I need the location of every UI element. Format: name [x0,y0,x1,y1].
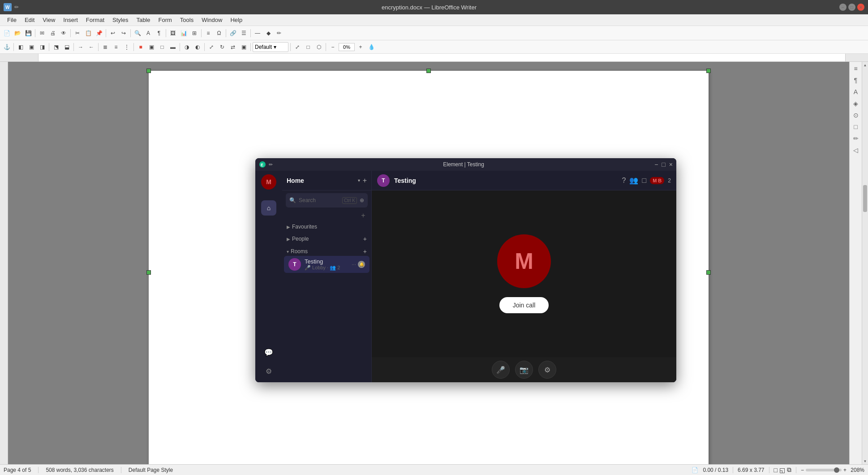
print-btn[interactable]: 🖨 [48,28,58,38]
rotate-btn[interactable]: ↻ [217,42,227,52]
size-btn[interactable]: □ [303,42,313,52]
color-text-btn[interactable]: ▬ [168,42,178,52]
sidebar-extra-btn[interactable]: ◁ [851,145,861,155]
wrap-btn[interactable]: ⬔ [51,42,61,52]
indent-btn[interactable]: → [76,42,86,52]
diamond-btn[interactable]: ◆ [263,28,273,38]
list3-btn[interactable]: ⋮ [122,42,132,52]
opacity-minus[interactable]: − [328,42,338,52]
zoom-out-btn[interactable]: − [801,467,804,473]
element-maximize[interactable]: □ [662,161,665,168]
menu-insert[interactable]: Insert [60,16,82,24]
shadow-btn[interactable]: ◑ [182,42,192,52]
flip-btn[interactable]: ⇄ [228,42,238,52]
align-left-btn[interactable]: ◧ [16,42,26,52]
outdent-btn[interactable]: ← [86,42,96,52]
zoom-in-btn[interactable]: + [843,467,847,473]
open-btn[interactable]: 📂 [13,28,22,38]
vertical-scrollbar[interactable]: ▲ ▼ [862,62,868,464]
menu-styles[interactable]: Styles [109,16,132,24]
bg-btn[interactable]: ◐ [193,42,202,52]
book-view-btn[interactable]: ⧉ [787,466,791,474]
spellcheck-btn[interactable]: A [143,28,153,38]
scroll-up-btn[interactable]: ▲ [862,62,868,68]
insert-image-btn[interactable]: 🖼 [168,28,178,38]
menu-tools[interactable]: Tools [176,16,197,24]
pen-btn[interactable]: ✏ [274,28,284,38]
special-char-btn[interactable]: Ω [214,28,224,38]
style2-btn[interactable]: ✏ [851,134,861,143]
color-highlight-btn[interactable]: ■ [136,42,146,52]
home-nav-btn[interactable]: ⌂ [261,200,276,216]
line-btn[interactable]: — [253,28,262,38]
search-settings-icon[interactable]: ⊕ [360,197,364,203]
add-btn-extra[interactable]: + [359,211,368,220]
menu-view[interactable]: View [39,16,59,24]
cut-btn[interactable]: ✂ [73,28,82,38]
add-people-btn[interactable]: + [363,235,367,242]
close-button[interactable]: × [857,4,864,11]
element-minimize[interactable]: − [654,161,658,168]
anchor-btn[interactable]: ⚓ [2,42,12,52]
element-close[interactable]: × [669,161,673,168]
menu-edit[interactable]: Edit [21,16,38,24]
function-btn[interactable]: ⊙ [851,110,861,120]
help-btn[interactable]: ? [622,177,626,185]
people-header[interactable]: ▶ People + [282,234,371,243]
menu-help[interactable]: Help [227,16,246,24]
page-btn[interactable]: □ [851,122,861,132]
paste-btn[interactable]: 📌 [94,28,104,38]
copy-btn[interactable]: 📋 [83,28,93,38]
insert-table-btn[interactable]: ⊞ [189,28,199,38]
mute-mic-button[interactable]: 🎤 [492,361,510,379]
user-avatar[interactable]: M [261,174,276,190]
insert-chart-btn[interactable]: 📊 [179,28,189,38]
menu-table[interactable]: Table [133,16,154,24]
dropper-btn[interactable]: 💧 [366,42,376,52]
members-btn[interactable]: 👥 [629,176,638,185]
add-room-btn[interactable]: + [363,177,367,185]
find-btn[interactable]: 🔍 [133,28,142,38]
color-border-btn[interactable]: □ [157,42,167,52]
opacity-plus[interactable]: + [356,42,365,52]
position-btn[interactable]: ⤢ [292,42,302,52]
maximize-button[interactable]: □ [848,4,855,11]
scroll-thumb[interactable] [863,185,867,212]
properties-btn[interactable]: ≡ [851,64,861,73]
add-room-btn2[interactable]: + [363,248,367,255]
align-center-btn[interactable]: ▣ [26,42,36,52]
join-call-button[interactable]: Join call [499,297,549,313]
align-right-btn[interactable]: ◨ [37,42,47,52]
crop-btn[interactable]: ⬓ [62,42,72,52]
gallery-btn[interactable]: A [851,87,861,97]
call-settings-button[interactable]: ⚙ [538,361,556,379]
group-btn[interactable]: ▣ [239,42,249,52]
normal-view-btn[interactable]: □ [774,466,778,474]
room-item-testing[interactable]: T Testing 🎤 Lobby · 👥 2 ··· 🔔 [284,256,370,273]
color-fill-btn[interactable]: ▣ [146,42,156,52]
navigator2-btn[interactable]: ◈ [851,99,861,108]
messages-nav-btn[interactable]: 💬 [261,345,276,360]
settings-nav-btn[interactable]: ⚙ [261,363,276,379]
menu-file[interactable]: File [4,16,20,24]
room-more-btn[interactable]: ··· [352,261,356,268]
zoom-slider[interactable] [806,469,842,471]
menu-format[interactable]: Format [82,16,108,24]
web-view-btn[interactable]: ◱ [779,466,785,474]
search-bar[interactable]: 🔍 Search Ctrl K ⊕ [286,193,368,207]
screen-btn[interactable]: □ [642,177,646,185]
menu-window[interactable]: Window [198,16,226,24]
preview-btn[interactable]: 👁 [59,28,69,38]
hyperlink-btn[interactable]: 🔗 [228,28,238,38]
transform-btn[interactable]: ⤢ [206,42,216,52]
scroll-down-btn[interactable]: ▼ [862,458,868,464]
new-btn[interactable]: 📄 [2,28,12,38]
scroll-track[interactable] [862,68,868,458]
navigator-btn[interactable]: ☰ [239,28,249,38]
favourites-header[interactable]: ▶ Favourites [282,223,371,231]
undo-btn[interactable]: ↩ [108,28,118,38]
save-btn[interactable]: 💾 [23,28,33,38]
polygon-btn[interactable]: ⬡ [314,42,324,52]
email-btn[interactable]: ✉ [37,28,47,38]
minimize-button[interactable]: − [839,4,847,11]
